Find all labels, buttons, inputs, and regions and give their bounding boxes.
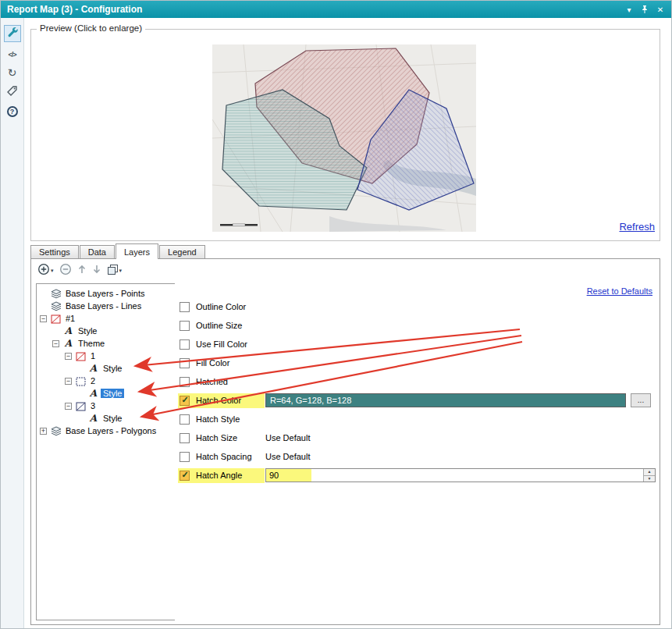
numeric-input[interactable]: 90▲▼ [265, 468, 656, 482]
remove-icon [59, 263, 72, 279]
browse-button[interactable]: ... [631, 393, 651, 407]
spin-up-icon[interactable]: ▲ [643, 469, 655, 476]
property-checkbox[interactable] [180, 358, 190, 368]
remove-layer-button[interactable] [59, 263, 72, 279]
tree-item[interactable]: AStyle [37, 325, 175, 337]
tree-item-label[interactable]: #1 [63, 314, 77, 323]
tree-item-label[interactable]: Style [101, 389, 124, 398]
chevron-down-icon[interactable]: ▾ [623, 3, 635, 16]
tree-item[interactable]: +Base Layers - Polygons [37, 425, 175, 437]
tab-settings[interactable]: Settings [30, 245, 79, 258]
code-icon: </> [8, 46, 16, 60]
property-checkbox[interactable] [180, 452, 190, 462]
property-label-group: Use Fill Color [178, 337, 265, 352]
move-down-button[interactable] [92, 264, 101, 278]
chevron-down-icon[interactable]: ▾ [51, 268, 54, 274]
tree-item[interactable]: −3 [37, 400, 175, 412]
copy-layer-button[interactable]: ▾ [107, 264, 123, 279]
side-button-configuration[interactable] [4, 25, 21, 42]
property-row: Use Fill Color [175, 335, 657, 354]
chevron-down-icon[interactable]: ▾ [119, 268, 123, 274]
square-plain-icon [75, 376, 87, 386]
tab-layers[interactable]: Layers [116, 243, 158, 259]
collapse-toggle-icon[interactable]: − [40, 315, 47, 322]
collapse-toggle-icon[interactable]: − [65, 403, 72, 410]
expand-toggle-icon[interactable]: + [40, 428, 47, 435]
property-checkbox[interactable] [180, 414, 190, 425]
preview-groupbox: Refresh [30, 29, 660, 241]
polygon-red-icon [75, 351, 87, 361]
property-checkbox[interactable] [180, 321, 190, 331]
property-label: Outline Size [196, 321, 261, 330]
window-title: Report Map (3) - Configuration [7, 4, 620, 15]
property-checkbox[interactable] [180, 339, 190, 350]
property-row: Outline Color [175, 297, 657, 316]
property-panel: Reset to Defaults Outline ColorOutline S… [175, 283, 657, 620]
tree-item[interactable]: −1 [37, 350, 175, 362]
move-up-button[interactable] [77, 264, 87, 278]
property-checkbox[interactable] [180, 377, 190, 387]
reset-to-defaults-link[interactable]: Reset to Defaults [587, 286, 652, 296]
property-label: Hatch Style [196, 414, 261, 424]
property-label: Outline Color [196, 302, 261, 311]
collapse-toggle-icon[interactable]: − [52, 340, 59, 347]
layers-icon [50, 426, 62, 436]
side-button-annotation[interactable] [4, 84, 21, 101]
property-checkbox[interactable] [180, 471, 190, 481]
tree-item-label[interactable]: Base Layers - Lines [63, 301, 144, 311]
property-label-group: Hatch Angle [178, 468, 265, 483]
tree-item-label[interactable]: Style [101, 364, 124, 373]
side-button-xml-view[interactable]: </> [4, 44, 21, 62]
style-a-icon: A [87, 389, 99, 399]
tree-item[interactable]: AStyle [37, 362, 175, 375]
map-preview[interactable] [212, 44, 476, 232]
spinner: ▲▼ [643, 469, 655, 482]
style-a-icon: A [87, 364, 99, 374]
tree-item[interactable]: −#1 [37, 312, 175, 325]
tree-item[interactable]: −2 [37, 375, 175, 387]
tree-item-label[interactable]: 3 [88, 401, 98, 410]
property-label-group: Hatch Spacing [178, 450, 265, 464]
property-row: Fill Color [175, 354, 657, 372]
tree-item-label[interactable]: Style [101, 414, 124, 423]
side-button-help[interactable]: ? [4, 103, 21, 120]
title-bar: Report Map (3) - Configuration ▾ ✕ [1, 1, 671, 18]
property-row: Outline Size [175, 316, 657, 335]
property-row: Hatched [175, 372, 657, 391]
polygon-red-icon [50, 314, 62, 324]
collapse-toggle-icon[interactable]: − [65, 378, 72, 385]
tree-item-label[interactable]: 1 [88, 351, 98, 361]
tree-item[interactable]: AStyle [37, 412, 175, 425]
property-label: Use Fill Color [196, 339, 261, 349]
side-button-refresh-tool[interactable]: ↻ [4, 64, 21, 81]
property-label: Hatched [196, 377, 261, 386]
spin-down-icon[interactable]: ▼ [643, 476, 655, 482]
tree-item[interactable]: −ATheme [37, 337, 175, 350]
tree-item-label[interactable]: 2 [88, 376, 98, 386]
tab-data[interactable]: Data [80, 245, 115, 258]
close-icon[interactable]: ✕ [654, 3, 667, 16]
tree-item[interactable]: Base Layers - Points [37, 287, 175, 300]
value-text: Use Default [265, 431, 310, 445]
property-row: Hatch Angle90▲▼ [175, 466, 657, 485]
property-checkbox[interactable] [180, 302, 190, 312]
style-a-icon: A [62, 326, 74, 336]
tree-item[interactable]: Base Layers - Lines [37, 300, 175, 312]
tree-item[interactable]: AStyle [37, 387, 175, 400]
numeric-value[interactable]: 90 [266, 469, 311, 482]
tree-item-label[interactable]: Base Layers - Points [63, 289, 148, 298]
color-value-field[interactable]: R=64, G=128, B=128 [265, 393, 626, 407]
tree-item-label[interactable]: Style [76, 326, 99, 336]
add-layer-button[interactable]: ▾ [37, 263, 54, 279]
tree-item-label[interactable]: Theme [76, 339, 107, 348]
tab-legend[interactable]: Legend [159, 245, 205, 258]
refresh-link[interactable]: Refresh [619, 221, 655, 233]
collapse-toggle-icon[interactable]: − [65, 353, 72, 360]
property-checkbox[interactable] [180, 433, 190, 443]
property-label: Hatch Size [196, 433, 261, 442]
help-icon: ? [7, 106, 18, 117]
pin-icon[interactable] [638, 3, 651, 16]
tree-item-label[interactable]: Base Layers - Polygons [63, 426, 158, 435]
property-checkbox[interactable] [180, 396, 190, 406]
layers-panel: ▾▾ Base Layers - PointsBase Layers - Lin… [30, 258, 660, 625]
